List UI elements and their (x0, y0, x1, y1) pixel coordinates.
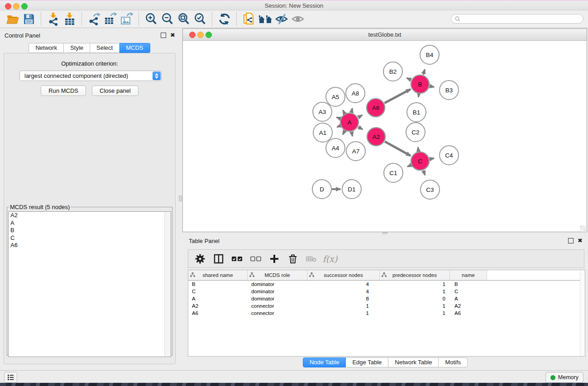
graph-node-D[interactable]: D (312, 180, 331, 199)
table-row[interactable]: Adominator80A (188, 295, 585, 302)
table-cell[interactable]: B (450, 281, 487, 287)
apply-layout-icon[interactable] (216, 11, 233, 27)
hide-details-icon[interactable] (273, 11, 290, 27)
graph-edge-C-C2[interactable] (418, 148, 418, 152)
table-scrollbar[interactable] (580, 270, 585, 356)
table-cell[interactable]: 1 (380, 281, 450, 287)
table-cell[interactable]: 0 (380, 296, 450, 301)
graph-node-A4[interactable]: A4 (326, 138, 345, 157)
select-all-icon[interactable] (232, 253, 243, 264)
column-header-successor-nodes[interactable]: successor nodes (307, 270, 380, 280)
graph-edge-C-C4[interactable] (430, 158, 434, 159)
graph-node-B[interactable]: B (411, 75, 429, 93)
graph-edge-A-A3[interactable] (337, 117, 340, 119)
result-item[interactable]: C (9, 234, 171, 242)
graph-edge-A6-B[interactable] (384, 89, 410, 103)
graph-edge-C-C1[interactable] (407, 165, 411, 167)
import-network-icon[interactable] (45, 11, 62, 27)
graph-node-B1[interactable]: B1 (407, 103, 426, 122)
network-canvas[interactable]: B4B2BB3A5A8A6A3B1AA1C2A2A4A7CC4C1C3DD1 (183, 41, 586, 231)
delete-column-icon[interactable] (287, 253, 298, 264)
result-item[interactable]: A6 (9, 242, 171, 249)
new-network-icon[interactable] (241, 11, 257, 27)
zoom-selected-icon[interactable] (192, 11, 208, 27)
table-cell[interactable]: dominator (248, 289, 307, 294)
table-cell[interactable]: A6 (188, 310, 248, 316)
graph-edge-A-A7[interactable] (352, 132, 353, 136)
graph-edge-B-B4[interactable] (423, 69, 425, 75)
export-network-icon[interactable] (86, 11, 102, 27)
table-row[interactable]: A6connector11A6 (188, 310, 585, 317)
graph-edge-C-C3[interactable] (423, 171, 425, 175)
split-view-icon[interactable] (213, 253, 224, 264)
table-cell[interactable]: connector (248, 303, 307, 309)
table-cell[interactable]: C (450, 289, 487, 294)
graph-edge-B-B1[interactable] (418, 94, 419, 97)
zoom-fit-icon[interactable] (176, 11, 192, 27)
first-neighbors-icon[interactable] (257, 11, 273, 27)
export-image-icon[interactable] (119, 11, 135, 27)
table-row[interactable]: Bdominator41B (188, 281, 585, 288)
memory-button[interactable]: Memory (545, 372, 583, 383)
graph-node-B4[interactable]: B4 (420, 45, 439, 64)
table-cell[interactable]: dominator (248, 296, 307, 301)
graph-edge-A-A6[interactable] (358, 115, 362, 117)
tab-network-table[interactable]: Network Table (388, 357, 439, 367)
resize-grip-icon[interactable] (580, 225, 586, 231)
table-row[interactable]: A2connector11A2 (188, 302, 585, 310)
network-graph[interactable]: B4B2BB3A5A8A6A3B1AA1C2A2A4A7CC4C1C3DD1 (183, 41, 586, 231)
table-cell[interactable]: 1 (380, 289, 450, 294)
save-session-icon[interactable] (21, 11, 37, 27)
import-table-icon[interactable] (62, 11, 78, 27)
graph-node-A6[interactable]: A6 (367, 99, 385, 117)
search-input[interactable] (461, 15, 576, 23)
graph-node-C4[interactable]: C4 (440, 146, 459, 165)
zoom-in-icon[interactable] (143, 11, 159, 27)
graph-node-A8[interactable]: A8 (346, 84, 365, 103)
graph-node-C[interactable]: C (411, 152, 429, 170)
tab-node-table[interactable]: Node Table (303, 357, 346, 367)
table-row[interactable]: Cdominator41C (188, 288, 585, 295)
result-item[interactable]: A2 (9, 212, 171, 219)
zoom-out-icon[interactable] (159, 11, 176, 27)
result-item[interactable]: A (9, 219, 171, 227)
settings-gear-icon[interactable] (195, 253, 206, 264)
open-session-icon[interactable] (5, 11, 21, 27)
mcds-result-list[interactable]: A2ABCA6 (8, 211, 171, 357)
graph-node-A3[interactable]: A3 (313, 102, 332, 121)
graph-node-B2[interactable]: B2 (383, 62, 402, 81)
graph-edge-A-A5[interactable] (343, 110, 345, 114)
table-cell[interactable]: 4 (307, 289, 380, 294)
splitter-handle[interactable] (179, 195, 182, 201)
column-header-MCDS-role[interactable]: MCDS role (248, 270, 307, 280)
table-cell[interactable]: A (450, 296, 487, 301)
column-header-predecessor-nodes[interactable]: predecessor nodes (380, 270, 450, 280)
add-column-icon[interactable] (269, 253, 280, 264)
table-float-panel-icon[interactable] (568, 238, 574, 243)
result-scrollbar[interactable] (164, 212, 171, 357)
table-cell[interactable]: 1 (380, 303, 450, 309)
criterion-dropdown[interactable]: largest connected component (directed) (19, 71, 162, 81)
tab-motifs[interactable]: Motifs (439, 357, 468, 367)
table-cell[interactable]: 8 (307, 296, 380, 301)
graph-edge-B-B2[interactable] (407, 78, 411, 80)
tab-network[interactable]: Network (29, 43, 64, 53)
table-cell[interactable]: A2 (450, 303, 487, 309)
column-header-name[interactable]: name (450, 270, 487, 280)
table-cell[interactable]: A2 (188, 303, 248, 309)
tab-style[interactable]: Style (64, 43, 90, 53)
result-item[interactable]: B (9, 227, 171, 234)
graph-node-C3[interactable]: C3 (421, 180, 440, 199)
graph-node-A5[interactable]: A5 (326, 87, 345, 106)
run-mcds-button[interactable]: Run MCDS (41, 86, 86, 96)
graph-node-A[interactable]: A (340, 113, 359, 131)
vertical-splitter[interactable] (179, 29, 182, 370)
graph-edge-A-A1[interactable] (337, 126, 340, 127)
close-panel-button[interactable]: Close panel (92, 86, 139, 96)
graph-node-A2[interactable]: A2 (367, 128, 385, 146)
float-panel-icon[interactable] (161, 33, 166, 38)
table-cell[interactable]: A (188, 296, 248, 301)
graph-edge-A-A4[interactable] (343, 131, 344, 134)
search-field[interactable] (451, 14, 583, 24)
tab-edge-table[interactable]: Edge Table (346, 357, 388, 367)
